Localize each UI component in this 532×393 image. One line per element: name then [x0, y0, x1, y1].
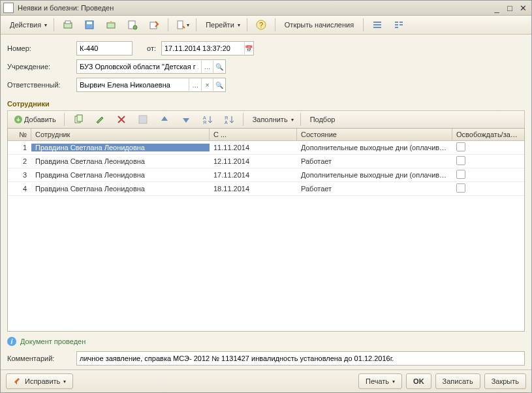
finish-edit-button[interactable] [133, 112, 153, 127]
date-input[interactable] [162, 42, 244, 54]
main-toolbar: Действия▾ ▾ Перейти▾ ? Открыть начислени… [1, 16, 531, 35]
repost-button[interactable] [101, 17, 121, 33]
select-button[interactable]: Подбор [305, 112, 341, 127]
svg-rect-13 [373, 27, 381, 28]
print-button[interactable]: Печать▾ [358, 373, 402, 389]
checkbox-icon[interactable] [456, 170, 465, 179]
fix-icon [13, 377, 22, 386]
svg-rect-4 [107, 23, 115, 28]
grid-toolbar: +Добавить AЯ ЯA Заполнить▾ Подбор [7, 110, 525, 128]
cell-number: 1 [8, 144, 31, 151]
calendar-icon[interactable]: 📅 [244, 42, 253, 54]
svg-rect-12 [373, 24, 381, 25]
svg-text:A: A [203, 116, 206, 120]
list-button[interactable] [368, 17, 387, 33]
structure-button[interactable] [123, 17, 142, 33]
org-search-icon[interactable]: 🔍 [213, 61, 225, 72]
edit-row-button[interactable] [90, 112, 110, 127]
move-down-button[interactable] [176, 112, 196, 127]
svg-text:Я: Я [203, 120, 206, 125]
date-input-wrap: 📅 [161, 41, 254, 55]
svg-rect-18 [395, 27, 398, 28]
open-calc-button[interactable]: Открыть начисления [279, 17, 359, 33]
cell-state: Дополнительные выходные дни (оплачивае..… [297, 171, 452, 179]
save-button-icon[interactable] [80, 17, 99, 33]
resp-clear-icon[interactable]: × [201, 79, 213, 91]
sort-asc-button[interactable]: AЯ [198, 112, 217, 127]
cell-date: 12.11.2014 [210, 157, 297, 165]
org-ellipsis-icon[interactable]: … [201, 61, 213, 72]
col-employee[interactable]: Сотрудник [31, 129, 210, 140]
copy-row-button[interactable] [69, 112, 88, 127]
svg-rect-15 [399, 22, 403, 23]
checkbox-icon[interactable] [456, 142, 465, 151]
add-row-button[interactable]: +Добавить [10, 112, 60, 127]
help-button[interactable]: ? [251, 17, 271, 33]
comment-input-wrap [76, 351, 525, 366]
post-button[interactable] [58, 17, 78, 33]
movements-button[interactable] [144, 17, 164, 33]
col-date[interactable]: С ... [210, 129, 297, 140]
comment-input[interactable] [77, 353, 524, 364]
grid-body: 1Правдина Светлана Леонидовна11.11.2014Д… [8, 141, 524, 331]
table-row[interactable]: 3Правдина Светлана Леонидовна17.11.2014Д… [8, 168, 524, 182]
table-row[interactable]: 1Правдина Светлана Леонидовна11.11.2014Д… [8, 141, 524, 155]
cell-number: 2 [8, 157, 31, 165]
cell-number: 4 [8, 185, 31, 193]
actions-menu[interactable]: Действия▾ [5, 17, 50, 33]
delete-row-button[interactable] [112, 112, 131, 127]
fill-menu[interactable]: Заполнить▾ [247, 112, 296, 127]
section-title: Сотрудники [7, 100, 525, 108]
svg-rect-16 [395, 24, 398, 25]
titlebar: Неявки и болезни: Проведен _ □ ✕ [1, 1, 531, 16]
resp-input-wrap: … × 🔍 [76, 78, 226, 92]
svg-rect-21 [139, 116, 147, 123]
col-state[interactable]: Состояние [297, 129, 452, 140]
cell-employee: Правдина Светлана Леонидовна [31, 157, 210, 165]
document-icon [3, 3, 14, 13]
col-number[interactable]: № [8, 129, 31, 140]
settings-button[interactable] [389, 17, 409, 33]
grid-header: № Сотрудник С ... Состояние Освобождать/… [8, 129, 524, 141]
svg-rect-17 [399, 24, 403, 25]
comment-label: Комментарий: [7, 354, 76, 362]
cell-employee: Правдина Светлана Леонидовна [31, 144, 210, 151]
cell-release [452, 183, 524, 194]
svg-rect-7 [150, 22, 157, 29]
number-input[interactable] [77, 42, 134, 54]
fix-button[interactable]: Исправить▾ [6, 373, 73, 389]
move-up-button[interactable] [155, 112, 174, 127]
cell-date: 11.11.2014 [210, 144, 297, 151]
status-text: Документ проведен [20, 338, 86, 345]
resp-label: Ответственный: [7, 81, 76, 89]
number-input-wrap [76, 41, 133, 55]
svg-point-6 [133, 25, 137, 29]
employees-grid: № Сотрудник С ... Состояние Освобождать/… [7, 128, 525, 332]
basis-button[interactable]: ▾ [172, 17, 192, 33]
sort-desc-button[interactable]: ЯA [219, 112, 239, 127]
resp-ellipsis-icon[interactable]: … [189, 79, 201, 91]
resp-input[interactable] [77, 79, 189, 91]
cell-date: 17.11.2014 [210, 171, 297, 179]
cell-state: Работает [297, 185, 452, 193]
org-input-wrap: … 🔍 [76, 59, 226, 74]
org-input[interactable] [77, 61, 201, 72]
minimize-button[interactable]: _ [491, 3, 503, 13]
checkbox-icon[interactable] [456, 183, 465, 193]
from-label: от: [147, 44, 156, 52]
ok-button[interactable]: OK [406, 373, 431, 389]
org-label: Учреждение: [7, 63, 76, 71]
save-button[interactable]: Записать [435, 373, 480, 389]
checkbox-icon[interactable] [456, 156, 465, 165]
goto-menu[interactable]: Перейти▾ [200, 17, 243, 33]
svg-rect-8 [178, 21, 183, 29]
table-row[interactable]: 2Правдина Светлана Леонидовна12.11.2014Р… [8, 155, 524, 168]
content-area: Номер: от: 📅 Учреждение: … 🔍 Ответственн… [1, 35, 531, 369]
col-release[interactable]: Освобождать/зани... [452, 129, 524, 140]
table-row[interactable]: 4Правдина Светлана Леонидовна18.11.2014Р… [8, 182, 524, 196]
close-form-button[interactable]: Закрыть [484, 373, 526, 389]
maximize-button[interactable]: □ [504, 3, 516, 13]
resp-search-icon[interactable]: 🔍 [213, 79, 225, 91]
close-button[interactable]: ✕ [517, 3, 529, 13]
cell-employee: Правдина Светлана Леонидовна [31, 185, 210, 193]
